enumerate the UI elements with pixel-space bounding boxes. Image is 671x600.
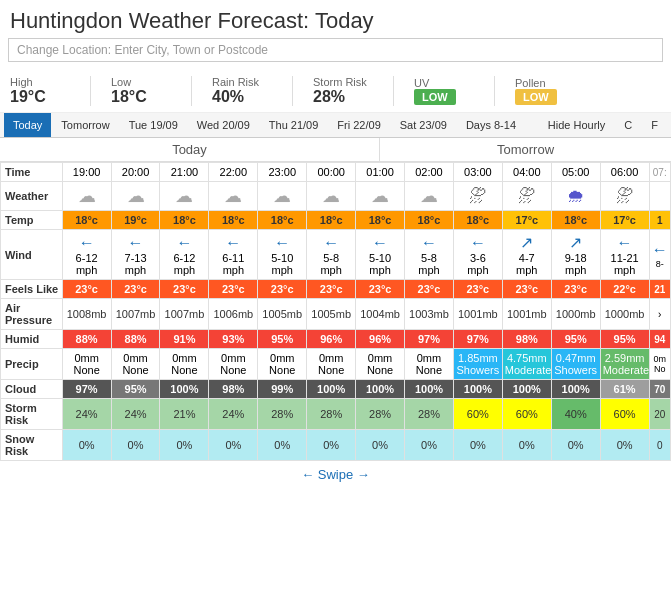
precip-label: Precip (1, 349, 63, 380)
air-pressure-row: Air Pressure 1008mb 1007mb 1007mb 1006mb… (1, 299, 671, 330)
feels-0000: 23°c (307, 280, 356, 299)
cloud-0500: 100% (551, 380, 600, 399)
low-value: 18°C (111, 88, 147, 106)
pollen-badge: LOW (515, 89, 557, 105)
snow-0300: 0% (453, 430, 502, 461)
swipe-indicator: ← Swipe → (0, 461, 671, 488)
humid-more: 94 (649, 330, 670, 349)
high-value: 19°C (10, 88, 46, 106)
tab-tomorrow[interactable]: Tomorrow (52, 113, 118, 137)
time-2100: 21:00 (160, 163, 209, 182)
humid-0300: 97% (453, 330, 502, 349)
snow-0200: 0% (405, 430, 454, 461)
precip-0200: 0mmNone (405, 349, 454, 380)
tab-tue[interactable]: Tue 19/09 (120, 113, 187, 137)
ap-0000: 1005mb (307, 299, 356, 330)
weather-0000: ☁ (307, 182, 356, 211)
precip-0600: 2.59mmModerate (600, 349, 649, 380)
time-0600: 06:00 (600, 163, 649, 182)
precip-2100: 0mmNone (160, 349, 209, 380)
section-tomorrow-label: Tomorrow (380, 138, 671, 161)
rain-value: 40% (212, 88, 244, 106)
humid-2000: 88% (111, 330, 160, 349)
time-2200: 22:00 (209, 163, 258, 182)
cloud-icon-5: ☁ (273, 186, 291, 206)
cloud-label: Cloud (1, 380, 63, 399)
weather-0500: 🌧 (551, 182, 600, 211)
low-temp: Low 18°C (111, 76, 171, 106)
cloud-2100: 100% (160, 380, 209, 399)
location-input[interactable]: Change Location: Enter City, Town or Pos… (8, 38, 663, 62)
ap-0100: 1004mb (356, 299, 405, 330)
feels-2000: 23°c (111, 280, 160, 299)
precip-0300: 1.85mmShowers (453, 349, 502, 380)
cloud-icon-3: ☁ (175, 186, 193, 206)
weather-1900: ☁ (62, 182, 111, 211)
ap-0400: 1001mb (502, 299, 551, 330)
cloud-0100: 100% (356, 380, 405, 399)
weather-0400: ⛈ (502, 182, 551, 211)
tab-today[interactable]: Today (4, 113, 51, 137)
temp-0300: 18°c (453, 211, 502, 230)
temp-0400: 17°c (502, 211, 551, 230)
cloud-icon-4: ☁ (224, 186, 242, 206)
humid-0100: 96% (356, 330, 405, 349)
storm-2100: 21% (160, 399, 209, 430)
cloud-icon-6: ☁ (322, 186, 340, 206)
cloud-icon-2: ☁ (127, 186, 145, 206)
cloud-0300: 100% (453, 380, 502, 399)
humid-2300: 95% (258, 330, 307, 349)
snow-2100: 0% (160, 430, 209, 461)
temp-2100: 18°c (160, 211, 209, 230)
feels-2300: 23°c (258, 280, 307, 299)
precip-0500: 0.47mmShowers (551, 349, 600, 380)
precip-0400: 4.75mmModerate (502, 349, 551, 380)
cloud-icon-7: ☁ (371, 186, 389, 206)
tab-celsius[interactable]: C (615, 113, 641, 137)
storm-0000: 28% (307, 399, 356, 430)
wind-0300: ←3-6mph (453, 230, 502, 280)
tab-fri[interactable]: Fri 22/09 (328, 113, 389, 137)
cloud-icon-1: ☁ (78, 186, 96, 206)
weather-more (649, 182, 670, 211)
cloud-1900: 97% (62, 380, 111, 399)
wind-0200: ←5-8mph (405, 230, 454, 280)
tab-sat[interactable]: Sat 23/09 (391, 113, 456, 137)
thunder-icon-3: ⛈ (616, 186, 634, 206)
storm-2000: 24% (111, 399, 160, 430)
humid-row: Humid 88% 88% 91% 93% 95% 96% 96% 97% 97… (1, 330, 671, 349)
tab-fahrenheit[interactable]: F (642, 113, 667, 137)
time-1900: 19:00 (62, 163, 111, 182)
section-today-label: Today (0, 138, 380, 161)
tab-thu[interactable]: Thu 21/09 (260, 113, 328, 137)
snow-1900: 0% (62, 430, 111, 461)
wind-row: Wind ←6-12mph ←7-13mph ←6-12mph ←6-11mph… (1, 230, 671, 280)
time-more: 07: (649, 163, 670, 182)
tab-wed[interactable]: Wed 20/09 (188, 113, 259, 137)
cloud-2300: 99% (258, 380, 307, 399)
tab-hide-hourly[interactable]: Hide Hourly (539, 113, 614, 137)
time-0100: 01:00 (356, 163, 405, 182)
ap-0600: 1000mb (600, 299, 649, 330)
temp-0200: 18°c (405, 211, 454, 230)
uv-index: UV LOW (414, 77, 474, 105)
time-0400: 04:00 (502, 163, 551, 182)
wind-0000: ←5-8mph (307, 230, 356, 280)
time-row: Time 19:00 20:00 21:00 22:00 23:00 00:00… (1, 163, 671, 182)
snow-2300: 0% (258, 430, 307, 461)
time-2300: 23:00 (258, 163, 307, 182)
temp-label: Temp (1, 211, 63, 230)
storm-risk-label: Storm Risk (1, 399, 63, 430)
ap-more[interactable]: › (649, 299, 670, 330)
cloud-2000: 95% (111, 380, 160, 399)
tab-days[interactable]: Days 8-14 (457, 113, 525, 137)
precip-2200: 0mmNone (209, 349, 258, 380)
wind-0500: ↗9-18mph (551, 230, 600, 280)
weather-label: Weather (1, 182, 63, 211)
storm-2300: 28% (258, 399, 307, 430)
precip-2300: 0mmNone (258, 349, 307, 380)
humid-0000: 96% (307, 330, 356, 349)
ap-2100: 1007mb (160, 299, 209, 330)
temp-0600: 17°c (600, 211, 649, 230)
section-headers: Today Tomorrow (0, 138, 671, 162)
